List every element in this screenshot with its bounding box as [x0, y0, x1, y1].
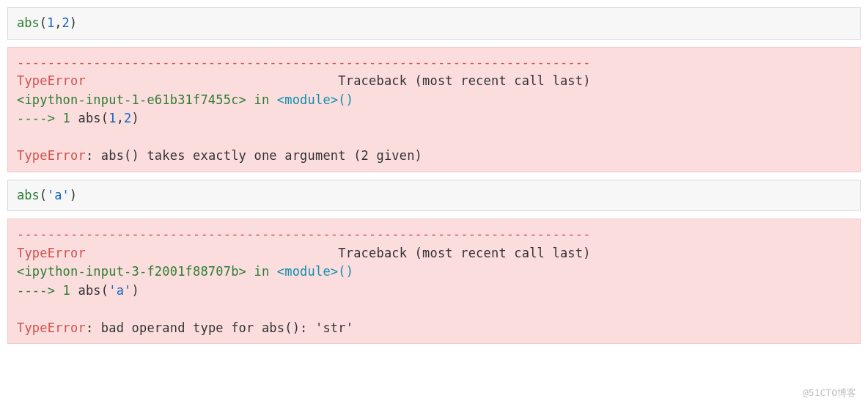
token: ,	[54, 15, 62, 30]
token: TypeError	[17, 148, 86, 163]
token: (	[40, 188, 47, 202]
code-input-cell-2: abs('a')	[7, 180, 861, 212]
token: 'a'	[47, 188, 70, 202]
token: TypeError	[17, 320, 86, 335]
token: 1	[47, 15, 54, 30]
token: in	[254, 264, 269, 279]
error-output-cell-2: ----------------------------------------…	[7, 219, 861, 344]
token: : abs() takes exactly one argument (2 gi…	[86, 148, 422, 163]
token: in	[254, 92, 269, 107]
token: <ipython-input-1-e61b31f7455c>	[17, 92, 246, 107]
token: ----> 1	[17, 111, 70, 125]
code-input-cell-1: abs(1,2)	[7, 7, 861, 40]
token: )	[70, 15, 77, 30]
token: Traceback (most recent call last)	[86, 73, 591, 88]
token: abs	[70, 283, 101, 298]
token: 'a'	[108, 283, 131, 298]
token: abs	[17, 15, 40, 30]
token	[246, 264, 254, 279]
token: <module>	[277, 92, 338, 107]
token: Traceback (most recent call last)	[86, 246, 591, 260]
token: : bad operand type for abs(): 'str'	[86, 320, 353, 335]
token: TypeError	[17, 73, 86, 88]
token: (	[101, 283, 108, 298]
token: 2	[124, 111, 131, 125]
token: ()	[338, 92, 353, 107]
token: ----------------------------------------…	[17, 227, 591, 241]
token: )	[132, 111, 139, 125]
token: abs	[70, 111, 101, 125]
token: 1	[108, 111, 116, 125]
token	[269, 92, 276, 107]
error-output-cell-1: ----------------------------------------…	[7, 47, 861, 172]
token: ----------------------------------------…	[17, 55, 591, 70]
token: <ipython-input-3-f2001f88707b>	[17, 264, 246, 279]
token: (	[101, 111, 108, 125]
token	[269, 264, 276, 279]
token: ,	[117, 111, 124, 125]
token: 2	[62, 15, 69, 30]
token: (	[40, 15, 47, 30]
token: ()	[338, 264, 353, 279]
token: TypeError	[17, 246, 86, 260]
token: <module>	[277, 264, 338, 279]
token: abs	[17, 188, 40, 202]
token: )	[70, 188, 77, 202]
token: ----> 1	[17, 283, 70, 298]
token	[246, 92, 254, 107]
token: )	[132, 283, 139, 298]
